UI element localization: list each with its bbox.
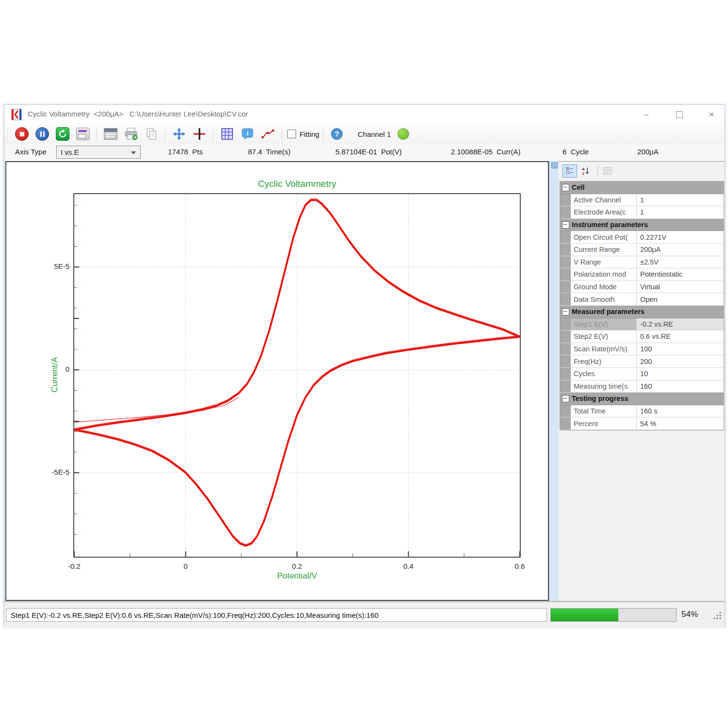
property-value[interactable]: 160 s (637, 405, 724, 417)
app-window: Cyclic Voltammetry <200µA> C:\Users\Hunt… (4, 104, 725, 627)
resize-grip-icon[interactable] (713, 611, 722, 620)
property-value[interactable]: 10 (637, 368, 724, 380)
plot-area[interactable] (74, 194, 520, 557)
property-value[interactable]: 54 % (637, 417, 724, 430)
close-button[interactable]: × (700, 105, 723, 124)
property-value[interactable]: 0.2271V (637, 231, 724, 243)
svg-text:Z: Z (582, 171, 585, 175)
property-row[interactable]: V Range±2.5V (560, 256, 724, 269)
property-label: Electrode Area(c (571, 206, 637, 218)
property-pages-icon[interactable] (601, 165, 614, 177)
property-row[interactable]: Total Time160 s (560, 405, 724, 418)
toolbar-grip (7, 128, 10, 140)
category-gutter (560, 293, 571, 305)
property-label: V Range (571, 256, 637, 268)
info-icon[interactable]: i (240, 126, 255, 142)
collapse-icon[interactable] (562, 184, 569, 191)
property-row[interactable]: Open Circuit Pot(0.2271V (560, 231, 724, 244)
property-value[interactable]: Open (637, 293, 724, 305)
pause-icon[interactable] (34, 126, 50, 142)
move-icon[interactable] (171, 126, 187, 142)
property-row[interactable]: Ground ModeVirtual (560, 281, 724, 294)
property-label: Ground Mode (571, 281, 637, 293)
cell-setup-icon[interactable] (103, 126, 118, 142)
maximize-button[interactable] (668, 105, 691, 124)
property-grid: CellActive Channel1Electrode Area(c1Inst… (560, 181, 724, 430)
property-value[interactable]: 200 (637, 355, 724, 367)
chart-panel: Cyclic Voltammetry -0.200.20.40.65E-50-5… (5, 161, 549, 601)
property-value[interactable]: 160 (637, 381, 724, 393)
x-tick-label: 0.4 (395, 562, 422, 570)
help-icon[interactable]: ? (329, 126, 345, 142)
toolbar-separator (97, 128, 97, 140)
status-bar: Step1 E(V):-0.2 vs.RE,Step2 E(V):0.6 vs.… (4, 601, 725, 628)
category-gutter (560, 381, 571, 393)
channel-status-icon (397, 128, 409, 140)
categorized-view-icon[interactable] (563, 165, 577, 178)
stop-icon[interactable] (14, 126, 30, 142)
property-row[interactable]: Freq(Hz)200 (560, 355, 724, 368)
category-gutter (560, 331, 571, 343)
property-value[interactable]: 100 (637, 343, 724, 355)
x-tick-label: 0.6 (506, 562, 533, 570)
status-text: Step1 E(V):-0.2 vs.RE,Step2 E(V):0.6 vs.… (6, 608, 547, 622)
property-value[interactable]: 1 (637, 206, 724, 218)
y-tick-label: 5E-5 (39, 262, 69, 270)
property-toolbar: AZ (559, 162, 725, 180)
toolbar-separator (597, 165, 598, 176)
vertical-splitter[interactable] (549, 161, 560, 601)
property-value[interactable]: -0.2 vs.RE (637, 318, 724, 331)
property-row[interactable]: Electrode Area(c1 (560, 206, 724, 219)
property-row[interactable]: Measuring time(s160 (560, 381, 724, 393)
sort-az-icon[interactable]: AZ (579, 165, 593, 177)
axis-type-dropdown[interactable]: I vs.E (56, 146, 141, 159)
property-row[interactable]: Percent54 % (560, 417, 724, 430)
setup-icon[interactable] (75, 126, 91, 142)
category-header[interactable]: Testing progress (560, 393, 724, 405)
toolbar-separator (165, 128, 165, 140)
category-header[interactable]: Cell (560, 182, 724, 194)
property-row[interactable]: Scan Rate(mV/s)100 (560, 343, 724, 356)
collapse-icon[interactable] (562, 395, 569, 402)
property-row[interactable]: Cycles10 (560, 368, 724, 381)
checkbox-icon[interactable] (287, 130, 296, 138)
property-row[interactable]: Polarization modPotentiostatic (560, 268, 724, 281)
data-grid-icon[interactable] (219, 126, 235, 142)
property-label: Step2 E(V) (571, 331, 637, 343)
curve-fit-icon[interactable] (260, 126, 276, 142)
desktop: Cyclic Voltammetry <200µA> C:\Users\Hunt… (0, 0, 728, 728)
category-gutter (560, 256, 571, 268)
property-row[interactable]: Data SmoothOpen (560, 293, 724, 306)
axis-stat: 6 Cycle (563, 148, 589, 156)
property-value[interactable]: 1 (637, 194, 724, 206)
property-label: Data Smooth (571, 293, 637, 305)
splitter-nub[interactable] (551, 162, 558, 168)
minimize-button[interactable]: – (635, 105, 658, 124)
channel-label: Channel 1 (358, 130, 391, 138)
property-value[interactable]: Potentiostatic (637, 268, 724, 281)
category-header[interactable]: Instrument parameters (560, 219, 724, 232)
property-value[interactable]: Virtual (637, 281, 724, 293)
axis-stat: 17478 Pts (168, 148, 203, 156)
category-header[interactable]: Measured parameters (560, 306, 724, 318)
svg-text:i: i (247, 130, 248, 137)
chart-title: Cyclic Voltammetry (74, 179, 520, 189)
axis-stat: 2.10088E-05 Curr(A) (451, 148, 520, 156)
property-row[interactable]: Step2 E(V)0.6 vs.RE (560, 331, 724, 343)
crosshair-icon[interactable] (192, 126, 207, 142)
property-value[interactable]: 200µA (637, 244, 724, 256)
collapse-icon[interactable] (562, 308, 569, 315)
property-value[interactable]: 0.6 vs.RE (637, 331, 724, 343)
category-title: Instrument parameters (572, 221, 648, 229)
axis-type-value: I vs.E (61, 148, 79, 156)
print-icon[interactable] (123, 126, 139, 142)
collapse-icon[interactable] (562, 221, 569, 229)
property-row[interactable]: Active Channel1 (560, 194, 724, 207)
fitting-label: Fitting (299, 130, 319, 138)
property-row[interactable]: Current Range200µA (560, 244, 724, 256)
run-icon[interactable] (55, 126, 70, 142)
property-row[interactable]: Step1 E(V)-0.2 vs.RE (560, 318, 724, 331)
fitting-checkbox[interactable]: Fitting (287, 130, 319, 138)
property-value[interactable]: ±2.5V (637, 256, 724, 268)
copy-icon[interactable] (144, 126, 159, 142)
